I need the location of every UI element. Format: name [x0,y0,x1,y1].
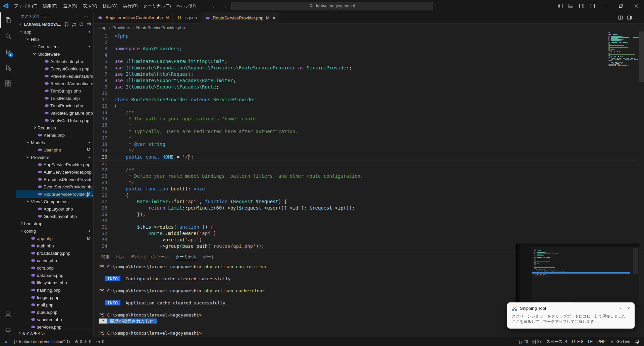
tree-folder-providers[interactable]: Providers● [16,154,93,161]
tree-file-routeserviceprovider-p[interactable]: RouteServiceProvider.p...M [16,190,93,198]
collapse-all-icon[interactable] [86,22,91,27]
breadcrumb-item-routeserviceprovider-php[interactable]: RouteServiceProvider.php [136,25,185,30]
breadcrumb-item-providers[interactable]: Providers [112,25,130,30]
tree-file-hashing-php[interactable]: hashing.php [16,286,93,294]
explorer-more-icon[interactable]: ··· [84,14,89,18]
panel-tab-0[interactable]: 問題 [98,251,113,262]
panel-tab-3[interactable]: ターミナル [172,251,200,262]
tree-file-preventrequestsduringmai[interactable]: PreventRequestsDuringMai... [16,72,93,80]
new-file-icon[interactable] [64,22,69,27]
git-branch-item[interactable]: feature-email-verification* ↻ [11,337,72,346]
project-section-header[interactable]: LARAVEL-NAGOYA... [16,20,93,28]
cursor-position-item[interactable]: 行 20、列 27 [516,337,544,346]
tree-file-database-php[interactable]: database.php [16,272,93,279]
tree-folder-app[interactable]: app● [16,28,93,36]
problems-item[interactable]: ⊘ 0 ⚠ 0 [72,337,94,346]
breadcrumb-item-app[interactable]: app [99,25,106,30]
tree-folder-models[interactable]: Models● [16,139,93,146]
tree-file-queue-php[interactable]: queue.php [16,308,93,316]
panel-tab-1[interactable]: 出力 [113,251,127,262]
back-icon[interactable]: ← [211,3,218,9]
tree-folder-controllers[interactable]: Controllers● [16,43,93,50]
editor-scrollbar[interactable] [639,32,644,251]
code-editor[interactable]: 1234567891011121314151617181920212223242… [94,32,644,251]
remote-indicator-icon[interactable] [0,337,11,346]
tree-file-broadcastserviceprovider-php[interactable]: BroadcastServiceProvider.php [16,176,93,183]
tab-registeredusercontroller-php[interactable]: RegisteredUserController.phpM [94,12,173,23]
panel-tab-2[interactable]: デバッグ コンソール [127,251,172,262]
ports-item[interactable]: 0 [94,337,107,346]
tree-file-validatesignature-php[interactable]: ValidateSignature.php [16,109,93,117]
run-debug-icon[interactable] [0,60,16,75]
encoding-item[interactable]: UTF-8 [570,337,586,346]
tree-folder-middleware[interactable]: Middleware [16,50,93,58]
minimap[interactable] [608,32,639,66]
tree-file-trusthosts-php[interactable]: TrustHosts.php [16,95,93,102]
close-button[interactable] [629,0,644,12]
menu-item-1[interactable]: 編集(E) [40,0,60,12]
search-view-icon[interactable] [0,28,16,44]
tree-file-cache-php[interactable]: cache.php [16,257,93,264]
tab-routeserviceprovider-php[interactable]: RouteServiceProvider.phpM× [201,12,279,24]
go-live-item[interactable]: Go Live [608,337,633,346]
menu-item-7[interactable]: ヘルプ(H) [174,0,199,12]
tree-file-verifycsrftoken-php[interactable]: VerifyCsrfToken.php [16,117,93,124]
tree-folder-view-components[interactable]: View \ Components [16,198,93,205]
menu-item-2[interactable]: 選択(S) [60,0,80,12]
tree-file-eventserviceprovider-php[interactable]: EventServiceProvider.php [16,183,93,190]
tree-file-filesystems-php[interactable]: filesystems.php [16,279,93,286]
tree-file-kernel-php[interactable]: Kernel.php [16,131,93,139]
tree-file-sanctum-php[interactable]: sanctum.php [16,316,93,323]
panel-tab-4[interactable]: ポート [200,251,219,262]
tree-file-guestlayout-php[interactable]: GuestLayout.php [16,213,93,220]
settings-gear-icon[interactable] [0,323,16,337]
tree-file-redirectifauthenticated-php[interactable]: RedirectIfAuthenticated.php [16,80,93,87]
tree-folder-http[interactable]: Http [16,36,93,43]
close-icon[interactable]: × [272,15,275,20]
tree-folder-bootstrap[interactable]: bootstrap [16,220,93,227]
tree-file-authenticate-php[interactable]: Authenticate.php [16,58,93,65]
tree-file-cors-php[interactable]: cors.php [16,264,93,272]
tree-file-applayout-php[interactable]: AppLayout.php [16,205,93,213]
tree-folder-config[interactable]: config● [16,227,93,235]
toggle-layout-icon[interactable] [627,15,632,20]
menu-item-5[interactable]: 実行(R) [120,0,141,12]
toggle-panel-icon[interactable] [566,0,576,12]
forward-icon[interactable]: → [221,3,228,9]
tab-js-json[interactable]: js.json [173,12,201,23]
toggle-sidebar-icon[interactable] [555,0,566,12]
menu-item-3[interactable]: 表示(V) [80,0,100,12]
tree-file-trimstrings-php[interactable]: TrimStrings.php [16,87,93,95]
split-editor-icon[interactable] [618,15,623,20]
account-icon[interactable] [0,306,16,322]
indentation-item[interactable]: スペース: 4 [544,337,570,346]
customize-layout-icon[interactable] [587,0,598,12]
menu-item-6[interactable]: ターミナル(T) [141,0,174,12]
notifications-bell-icon[interactable] [633,337,642,346]
tree-file-broadcasting-php[interactable]: broadcasting.php [16,249,93,257]
tree-file-user-php[interactable]: User.phpM [16,146,93,154]
tree-folder-requests[interactable]: Requests [16,124,93,131]
toggle-secondary-sidebar-icon[interactable] [576,0,587,12]
tree-file-auth-php[interactable]: auth.php [16,242,93,249]
toast-more-icon[interactable]: ··· [618,306,623,311]
maximize-button[interactable] [613,0,629,12]
tree-file-app-php[interactable]: app.phpM [16,235,93,242]
extensions-icon[interactable] [0,75,16,91]
new-folder-icon[interactable] [71,22,76,27]
minimize-button[interactable] [598,0,613,12]
tree-file-logging-php[interactable]: logging.php [16,294,93,301]
tree-file-authserviceprovider-php[interactable]: AuthServiceProvider.php [16,168,93,176]
menu-item-4[interactable]: 移動(G) [100,0,120,12]
tree-file-appserviceprovider-php[interactable]: AppServiceProvider.php [16,161,93,168]
snipping-tool-toast[interactable]: Snipping Tool ··· × スクリーンショットをクリップボードにコピ… [507,302,635,329]
tree-file-mail-php[interactable]: mail.php [16,301,93,308]
timeline-section[interactable]: タイムライン [16,330,93,337]
source-control-icon[interactable]: 4 [0,44,16,60]
eol-item[interactable]: LF [586,337,595,346]
command-center-search[interactable]: laravel-nagoyameshi [231,2,433,10]
menu-item-0[interactable]: ファイル(F) [11,0,40,12]
toast-close-icon[interactable]: × [627,306,630,311]
tree-file-encryptcookies-php[interactable]: EncryptCookies.php [16,65,93,72]
more-actions-icon[interactable]: ··· [636,15,641,20]
